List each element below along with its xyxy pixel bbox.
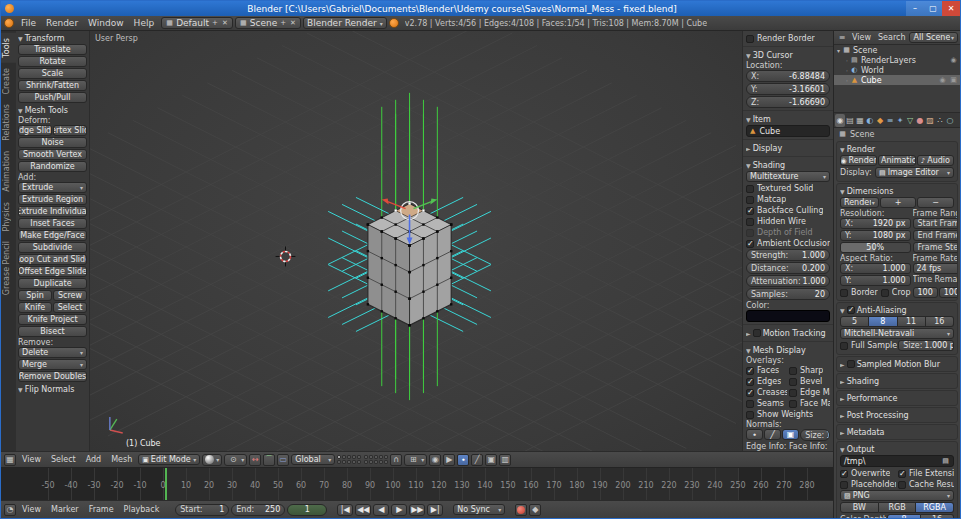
aa-samples-8[interactable]: 8 [869, 316, 897, 327]
panel-anti-aliasing-header[interactable]: ▼Anti-Aliasing [840, 304, 954, 316]
toolshelf-tab-relations[interactable]: Relations [1, 99, 16, 146]
orientation-select[interactable]: Global▾ [291, 454, 335, 465]
render-animation-button[interactable]: ▤Animation [878, 155, 915, 166]
toolshelf-tab-grease-pencil[interactable]: Grease Pencil [1, 236, 16, 300]
full-sample-checkbox[interactable]: Full Sample [840, 340, 897, 351]
shading-check-textured-solid[interactable]: Textured Solid [746, 183, 830, 194]
render-button[interactable]: ◉Render [840, 155, 877, 166]
outliner-row-cube[interactable]: ·▲Cube◉▣ [834, 75, 960, 85]
overlay-sharp-checkbox-box[interactable] [789, 367, 797, 375]
render-restrict-icon[interactable]: ◉ [949, 56, 958, 65]
tool-bisect[interactable]: Bisect [18, 326, 87, 337]
output-format-select[interactable]: ▨PNG▾ [840, 490, 954, 501]
panel-flip-normals[interactable]: ▼Flip Normals [18, 383, 87, 395]
start-frame-field[interactable]: Start Frame:1 [913, 218, 959, 229]
current-frame-marker[interactable] [165, 468, 167, 500]
tool-subdivide[interactable]: Subdivide [18, 242, 87, 253]
shading-check-textured-solid-box[interactable] [746, 185, 754, 193]
sync-mode-select[interactable]: No Sync▾ [453, 504, 505, 515]
shading-check-ambient-occlusion[interactable]: Ambient Occlusion [746, 238, 830, 249]
scene-selector[interactable]: ▦ Scene + ✕ [235, 17, 301, 29]
shading-check-matcap[interactable]: Matcap [746, 194, 830, 205]
time-remap-new-field[interactable]: 100 [939, 287, 958, 298]
timeline-menu-marker[interactable]: Marker [47, 505, 83, 514]
properties-tab-object[interactable]: ◆ [875, 114, 885, 127]
timeline-menu-view[interactable]: View [18, 505, 45, 514]
close-button[interactable]: ✕ [942, 1, 960, 16]
next-keyframe-button[interactable]: ▶▶ [409, 504, 425, 516]
tool-make-edge-face[interactable]: Make Edge/Face [18, 230, 87, 241]
jump-to-end-button[interactable]: ▶| [427, 504, 443, 516]
outliner-row-renderlayers[interactable]: ·▤RenderLayers◉ [834, 55, 960, 65]
layer-cell[interactable] [342, 460, 346, 464]
tool-push-pull[interactable]: Push/Pull [18, 92, 87, 103]
color-mode-rgba[interactable]: RGBA [916, 502, 954, 513]
output-overwrite-checkbox-box[interactable] [840, 470, 848, 478]
ao-distance-field[interactable]: Distance:0.200 [746, 262, 830, 274]
menu-file[interactable]: File [16, 18, 41, 28]
face-normals-toggle[interactable]: ▣ [782, 429, 799, 440]
shading-check-ambient-occlusion-box[interactable] [746, 240, 754, 248]
panel-item[interactable]: ▼Item [746, 113, 830, 125]
frame-rate-select[interactable]: 24 fps▾ [913, 263, 959, 274]
border-checkbox-box[interactable] [840, 289, 848, 297]
overlay-face-marks-checkbox[interactable]: Face Marks [789, 398, 830, 409]
tool-shrink-fatten[interactable]: Shrink/Fatten [18, 80, 87, 91]
tool-duplicate[interactable]: Duplicate [18, 278, 87, 289]
tool-offset-edge-slide[interactable]: Offset Edge Slide [18, 266, 87, 277]
output-file-extensions-checkbox-box[interactable] [898, 470, 906, 478]
border-checkbox[interactable]: Border [840, 287, 878, 298]
full-sample-checkbox-box[interactable] [840, 342, 848, 350]
panel-metadata-header[interactable]: ►Metadata [840, 426, 954, 438]
viewport-shading-select[interactable]: ▾ [202, 454, 222, 466]
overlay-sharp-checkbox[interactable]: Sharp [789, 365, 830, 376]
properties-tab-modifiers[interactable]: ✦ [895, 114, 905, 127]
outliner-editor-icon[interactable]: ≡ [836, 32, 848, 44]
panel-sampled-motion-blur-header[interactable]: ►Sampled Motion Blur [840, 358, 954, 370]
timeline-editor-icon[interactable]: ◔ [4, 504, 16, 516]
output-placeholders-checkbox[interactable]: Placeholders [840, 479, 896, 490]
show-weights-checkbox[interactable]: Show Weights [746, 409, 830, 420]
layer-cell[interactable] [357, 460, 361, 464]
layer-cell[interactable] [374, 460, 378, 464]
timeline-menu-playback[interactable]: Playback [120, 505, 164, 514]
layer-cell[interactable] [364, 460, 368, 464]
layer-cell[interactable] [369, 455, 373, 459]
vertex-normals-toggle[interactable]: ∙ [746, 429, 763, 440]
properties-tab-object-data[interactable]: ▽ [905, 114, 915, 127]
output-cache-result-checkbox[interactable]: Cache Result [898, 479, 954, 490]
layer-cell[interactable] [337, 455, 341, 459]
layers-widget[interactable] [337, 455, 388, 464]
tool-loop-cut-and-slide[interactable]: Loop Cut and Slide [18, 254, 87, 265]
overlay-edge-marks-checkbox-box[interactable] [789, 389, 797, 397]
menu-render[interactable]: Render [41, 18, 83, 28]
layer-cell[interactable] [384, 455, 388, 459]
aa-samples-5[interactable]: 5 [840, 316, 869, 327]
layer-cell[interactable] [337, 460, 341, 464]
layer-cell[interactable] [374, 455, 378, 459]
aspect-y-field[interactable]: Y:1.000 [840, 275, 911, 286]
tool-remove-doubles[interactable]: Remove Doubles [18, 371, 87, 382]
overlay-seams-checkbox[interactable]: Seams [746, 398, 787, 409]
menu-window[interactable]: Window [83, 18, 129, 28]
ao-color-swatch[interactable] [746, 310, 830, 322]
panel-performance-header[interactable]: ►Performance [840, 392, 954, 404]
tool-smooth-vertex[interactable]: Smooth Vertex [18, 149, 87, 160]
output-placeholders-checkbox-box[interactable] [840, 481, 848, 489]
end-frame-field[interactable]: End:250 [231, 504, 285, 516]
panel-sampled-motion-blur-header-checkbox[interactable] [847, 360, 855, 368]
snap-toggle[interactable]: ∩ [390, 454, 402, 466]
blender-logo-icon[interactable] [4, 18, 14, 28]
limit-to-visible-toggle[interactable]: ▥ [499, 454, 511, 466]
tool-menu-delete[interactable]: Delete▾ [18, 347, 87, 358]
pivot-point-select[interactable]: ⊙▾ [224, 454, 247, 466]
panel-motion-tracking[interactable]: ►Motion Tracking [746, 327, 830, 339]
selectability-icon[interactable]: ▣ [949, 76, 958, 85]
tool-vertex-slide[interactable]: Vertex Slide [53, 125, 87, 136]
overlay-edges-checkbox[interactable]: Edges [746, 376, 787, 387]
viewport-menu-view[interactable]: View [18, 455, 45, 464]
loose-edge-normals-toggle[interactable]: ╱ [764, 429, 781, 440]
3d-viewport[interactable]: User Persp (1) Cube [90, 31, 742, 451]
tool-screw[interactable]: Screw [53, 290, 87, 301]
cursor-z-field[interactable]: Z:-1.66690 [746, 96, 830, 108]
